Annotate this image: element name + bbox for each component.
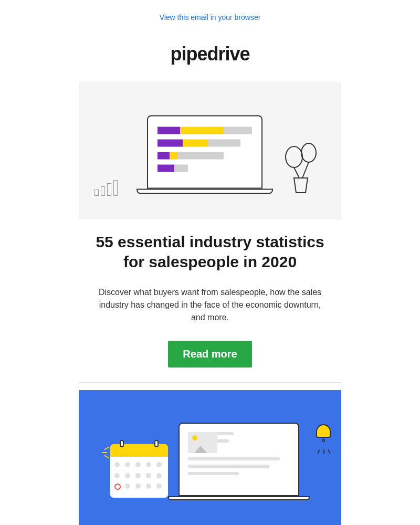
section-divider <box>79 382 341 383</box>
laptop-icon <box>178 423 310 500</box>
article-headline: 55 essential industry statistics for sal… <box>79 232 341 271</box>
bell-icon <box>316 424 331 442</box>
article-body: Discover what buyers want from salespeop… <box>79 286 341 324</box>
calendar-icon <box>110 444 168 498</box>
svg-point-1 <box>301 143 316 162</box>
view-in-browser-link[interactable]: View this email in your browser <box>160 13 261 22</box>
hero-illustration-calendar <box>79 390 341 525</box>
laptop-icon <box>147 116 273 194</box>
hero-illustration-stats <box>79 82 341 219</box>
svg-point-0 <box>286 146 302 167</box>
svg-line-3 <box>302 162 309 178</box>
image-thumbnail-icon <box>188 432 217 453</box>
plant-icon <box>284 141 320 196</box>
svg-line-2 <box>294 167 299 178</box>
read-more-button[interactable]: Read more <box>168 341 251 368</box>
brand-logo: pipedrive <box>79 43 341 65</box>
mini-bar-chart-icon <box>94 180 118 196</box>
